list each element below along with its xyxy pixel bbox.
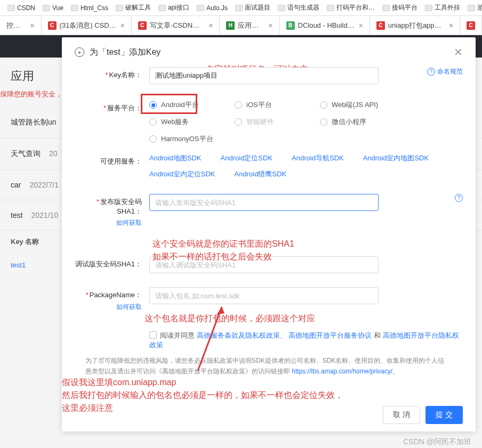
release-sha1-input[interactable]	[149, 194, 379, 211]
folder-icon	[116, 5, 123, 11]
favicon: C	[376, 21, 385, 30]
close-icon[interactable]: ✕	[454, 46, 463, 59]
tab[interactable]: H应用信息×	[220, 16, 279, 35]
radio-icon	[320, 118, 327, 126]
service-link[interactable]: Android导航SDK	[292, 153, 344, 163]
label-key-name: *Key名称：	[75, 67, 149, 80]
plus-icon: +	[75, 47, 84, 57]
close-icon[interactable]: ×	[30, 21, 34, 30]
close-icon[interactable]: ×	[208, 21, 213, 30]
tab[interactable]: 控制…×	[0, 16, 42, 35]
submit-button[interactable]: 提 交	[425, 406, 463, 424]
tab[interactable]: C(31条消息) CSDN…×	[42, 16, 132, 35]
help-icon[interactable]: ?	[455, 194, 463, 202]
naming-link[interactable]: ?命名规范	[427, 67, 463, 76]
bookmark-item[interactable]: 游戏	[464, 2, 482, 13]
folder-icon	[382, 5, 390, 11]
annotation: 假设我这里填com.uniapp.map然后我打包的时候输入的包名也必须是一样的…	[62, 376, 350, 414]
folder-icon	[235, 5, 243, 11]
bookmark-item[interactable]: 打码平台和…	[324, 2, 378, 13]
folder-icon	[425, 5, 432, 11]
annotation-box	[141, 94, 197, 114]
label-services: 可使用服务：	[75, 153, 149, 166]
howto-link[interactable]: 如何获取	[75, 303, 149, 312]
radio-icon	[235, 101, 242, 109]
label-debug-sha1: 调试版安全码SHA1：	[75, 256, 149, 269]
folder-icon	[278, 5, 285, 11]
tab[interactable]: Cuniapp打包app定…×	[370, 16, 460, 35]
bookmark-item[interactable]: Vue	[39, 3, 67, 13]
policy-link[interactable]: 高德地图开放平台服务协议	[288, 331, 372, 339]
bookmark-item[interactable]: Auto.Js	[194, 3, 231, 13]
close-icon[interactable]: ×	[268, 21, 272, 30]
privacy-url[interactable]: https://lbs.amap.com/home/privacy/	[292, 368, 392, 375]
add-key-modal: + 为「test」添加Key ✕ 名字就叫项目名，可以中文 *Key名称： ?命…	[62, 37, 476, 431]
radio-harmony[interactable]: HarmonyOS平台	[149, 134, 235, 144]
annotation: 这个包名就是你打包的时候，必须跟这个对应	[144, 313, 315, 324]
radio-icon	[235, 118, 242, 126]
folder-icon	[71, 5, 78, 11]
bookmark-item[interactable]: Html_Css	[68, 3, 111, 13]
bookmark-item[interactable]: 工具外挂	[422, 2, 463, 13]
favicon: H	[226, 21, 235, 30]
service-link[interactable]: Android地图SDK	[149, 153, 202, 163]
folder-icon	[43, 5, 50, 11]
key-name-input[interactable]	[149, 67, 379, 84]
favicon: C	[48, 21, 57, 30]
service-link[interactable]: Android定位SDK	[221, 153, 273, 163]
close-icon[interactable]: ×	[359, 21, 363, 30]
radio-wechat[interactable]: 微信小程序	[320, 117, 405, 127]
favicon: C	[467, 21, 475, 30]
bookmark-item[interactable]: 面试题目	[232, 2, 274, 13]
radio-icon	[149, 118, 157, 126]
label-package: *PackageName：	[75, 287, 149, 300]
favicon: C	[138, 21, 147, 30]
radio-ios[interactable]: iOS平台	[235, 100, 320, 110]
howto-link[interactable]: 如何获取	[75, 218, 149, 227]
label-release-sha1: *发布版安全码SHA1：	[75, 194, 149, 216]
tab[interactable]: C	[460, 16, 482, 35]
radio-icon	[320, 101, 327, 109]
close-icon[interactable]: ×	[120, 21, 125, 30]
close-icon[interactable]: ×	[449, 21, 453, 30]
annotation: 这个安全码就是你的证书里面的SHA1如果不一样的话打包之后会失效	[152, 238, 294, 263]
folder-icon	[7, 5, 15, 11]
checkbox[interactable]	[149, 331, 157, 339]
radio-web-js[interactable]: Web端(JS API)	[320, 100, 405, 110]
browser-tabs: 控制…× C(31条消息) CSDN…× C写文章-CSDN博客× H应用信息×…	[0, 16, 482, 35]
folder-icon	[327, 5, 334, 11]
radio-icon	[149, 135, 157, 143]
bookmark-item[interactable]: 接码平台	[379, 2, 421, 13]
tab[interactable]: BDCloud - HBuilde…×	[280, 16, 370, 35]
label-platform: *服务平台：	[75, 100, 149, 113]
bookmark-item[interactable]: CSDN	[4, 3, 38, 13]
watermark: CSDN @阿民不加班	[403, 437, 471, 447]
service-link[interactable]: Android室内地图SDK	[363, 153, 429, 163]
tab[interactable]: C写文章-CSDN博客×	[132, 16, 220, 35]
policy-row: 阅读并同意 高德服务条款及隐私权政策、 高德地图开放平台服务协议 和 高德地图开…	[149, 331, 463, 350]
disclaimer-text: 为了尽可能降低您的违规风险，请您务必在隐私政策中说明SDK提供者的公司名称、SD…	[85, 355, 447, 377]
cancel-button[interactable]: 取 消	[383, 406, 420, 424]
folder-icon	[468, 5, 475, 11]
radio-smart-hw: 智能硬件	[235, 117, 320, 127]
service-link[interactable]: Android室内定位SDK	[149, 169, 215, 179]
bookmark-item[interactable]: api接口	[155, 2, 192, 13]
folder-icon	[158, 5, 166, 11]
bookmark-item[interactable]: 破解工具	[113, 2, 154, 13]
bookmarks-bar: CSDN Vue Html_Css 破解工具 api接口 Auto.Js 面试题…	[0, 0, 482, 16]
question-icon: ?	[455, 194, 463, 202]
modal-title: 为「test」添加Key	[90, 47, 160, 58]
favicon: B	[286, 21, 295, 30]
folder-icon	[197, 5, 204, 11]
question-icon: ?	[427, 68, 435, 76]
policy-link[interactable]: 高德服务条款及隐私权政策	[197, 331, 280, 339]
package-input[interactable]	[149, 287, 379, 304]
radio-web-service[interactable]: Web服务	[149, 117, 235, 127]
service-link[interactable]: Android猎鹰SDK	[235, 169, 287, 179]
bookmark-item[interactable]: 语句生成器	[275, 2, 323, 13]
